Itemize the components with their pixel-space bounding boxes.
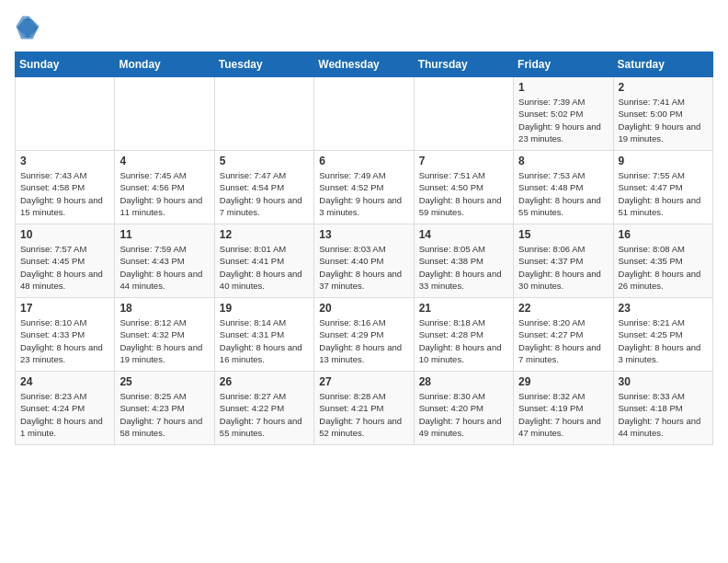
day-number: 28 (419, 375, 508, 388)
calendar-week-row: 24Sunrise: 8:23 AMSunset: 4:24 PMDayligh… (16, 372, 713, 445)
day-number: 4 (119, 155, 209, 167)
calendar-week-row: 1Sunrise: 7:39 AMSunset: 5:02 PMDaylight… (16, 77, 713, 151)
calendar-day-cell: 27Sunrise: 8:28 AMSunset: 4:21 PMDayligh… (314, 372, 414, 445)
day-number: 27 (319, 375, 408, 388)
calendar-week-row: 17Sunrise: 8:10 AMSunset: 4:33 PMDayligh… (16, 298, 713, 372)
day-number: 10 (20, 228, 109, 241)
day-info: Sunrise: 7:57 AMSunset: 4:45 PMDaylight:… (20, 243, 109, 292)
weekday-header: Sunday (16, 52, 115, 77)
calendar-day-cell: 13Sunrise: 8:03 AMSunset: 4:40 PMDayligh… (314, 224, 414, 298)
day-info: Sunrise: 8:06 AMSunset: 4:37 PMDaylight:… (518, 243, 608, 292)
calendar-day-cell: 9Sunrise: 7:55 AMSunset: 4:47 PMDaylight… (613, 151, 712, 224)
calendar-day-cell: 8Sunrise: 7:53 AMSunset: 4:48 PMDaylight… (514, 151, 613, 224)
weekday-header: Saturday (613, 52, 712, 77)
calendar-day-cell: 5Sunrise: 7:47 AMSunset: 4:54 PMDaylight… (214, 151, 313, 224)
day-info: Sunrise: 8:27 AMSunset: 4:22 PMDaylight:… (220, 390, 309, 439)
calendar-day-cell: 24Sunrise: 8:23 AMSunset: 4:24 PMDayligh… (16, 372, 115, 445)
day-number: 23 (619, 302, 708, 315)
calendar-day-cell (414, 77, 513, 151)
day-info: Sunrise: 8:32 AMSunset: 4:19 PMDaylight:… (518, 390, 608, 439)
day-info: Sunrise: 7:39 AMSunset: 5:02 PMDaylight:… (518, 96, 608, 144)
day-number: 25 (119, 375, 209, 388)
calendar-table: SundayMondayTuesdayWednesdayThursdayFrid… (15, 52, 713, 445)
day-number: 22 (518, 302, 608, 315)
weekday-header: Friday (514, 52, 613, 77)
calendar-day-cell: 4Sunrise: 7:45 AMSunset: 4:56 PMDaylight… (115, 151, 214, 224)
calendar-day-cell: 19Sunrise: 8:14 AMSunset: 4:31 PMDayligh… (214, 298, 313, 372)
calendar-day-cell: 20Sunrise: 8:16 AMSunset: 4:29 PMDayligh… (314, 298, 414, 372)
weekday-header: Wednesday (314, 52, 414, 77)
calendar-day-cell: 3Sunrise: 7:43 AMSunset: 4:58 PMDaylight… (16, 151, 115, 224)
calendar-day-cell: 6Sunrise: 7:49 AMSunset: 4:52 PMDaylight… (314, 151, 414, 224)
day-number: 5 (220, 155, 309, 167)
calendar-day-cell: 28Sunrise: 8:30 AMSunset: 4:20 PMDayligh… (414, 372, 513, 445)
day-info: Sunrise: 8:21 AMSunset: 4:25 PMDaylight:… (619, 316, 708, 365)
calendar-day-cell: 16Sunrise: 8:08 AMSunset: 4:35 PMDayligh… (613, 224, 712, 298)
day-info: Sunrise: 8:18 AMSunset: 4:28 PMDaylight:… (419, 316, 508, 365)
calendar-day-cell: 17Sunrise: 8:10 AMSunset: 4:33 PMDayligh… (16, 298, 115, 372)
day-info: Sunrise: 7:53 AMSunset: 4:48 PMDaylight:… (518, 169, 608, 218)
day-number: 11 (119, 228, 209, 241)
day-info: Sunrise: 8:20 AMSunset: 4:27 PMDaylight:… (518, 316, 608, 365)
page-header (15, 15, 713, 40)
calendar-day-cell: 21Sunrise: 8:18 AMSunset: 4:28 PMDayligh… (414, 298, 513, 372)
day-number: 24 (20, 375, 109, 388)
calendar-day-cell: 12Sunrise: 8:01 AMSunset: 4:41 PMDayligh… (214, 224, 313, 298)
day-info: Sunrise: 7:55 AMSunset: 4:47 PMDaylight:… (619, 169, 708, 218)
calendar-day-cell (16, 77, 115, 151)
calendar-week-row: 3Sunrise: 7:43 AMSunset: 4:58 PMDaylight… (16, 151, 713, 224)
day-number: 12 (220, 228, 309, 241)
day-number: 29 (518, 375, 608, 388)
day-info: Sunrise: 8:25 AMSunset: 4:23 PMDaylight:… (119, 390, 209, 439)
day-number: 13 (319, 228, 408, 241)
logo (15, 15, 44, 40)
day-number: 16 (619, 228, 708, 241)
day-info: Sunrise: 7:51 AMSunset: 4:50 PMDaylight:… (419, 169, 508, 218)
calendar-header: SundayMondayTuesdayWednesdayThursdayFrid… (16, 52, 713, 77)
day-number: 17 (20, 302, 109, 315)
day-number: 3 (20, 155, 109, 167)
calendar-day-cell: 23Sunrise: 8:21 AMSunset: 4:25 PMDayligh… (613, 298, 712, 372)
day-info: Sunrise: 8:05 AMSunset: 4:38 PMDaylight:… (419, 243, 508, 292)
calendar-body: 1Sunrise: 7:39 AMSunset: 5:02 PMDaylight… (16, 77, 713, 445)
day-info: Sunrise: 7:59 AMSunset: 4:43 PMDaylight:… (119, 243, 209, 292)
day-info: Sunrise: 8:08 AMSunset: 4:35 PMDaylight:… (619, 243, 708, 292)
day-info: Sunrise: 8:03 AMSunset: 4:40 PMDaylight:… (319, 243, 408, 292)
calendar-day-cell: 29Sunrise: 8:32 AMSunset: 4:19 PMDayligh… (514, 372, 613, 445)
day-number: 21 (419, 302, 508, 315)
day-info: Sunrise: 8:30 AMSunset: 4:20 PMDaylight:… (419, 390, 508, 439)
calendar-day-cell: 30Sunrise: 8:33 AMSunset: 4:18 PMDayligh… (613, 372, 712, 445)
calendar-day-cell: 14Sunrise: 8:05 AMSunset: 4:38 PMDayligh… (414, 224, 513, 298)
day-info: Sunrise: 8:28 AMSunset: 4:21 PMDaylight:… (319, 390, 408, 439)
day-info: Sunrise: 7:47 AMSunset: 4:54 PMDaylight:… (220, 169, 309, 218)
logo-icon (15, 15, 40, 40)
day-number: 2 (619, 81, 708, 94)
calendar-week-row: 10Sunrise: 7:57 AMSunset: 4:45 PMDayligh… (16, 224, 713, 298)
day-number: 1 (518, 81, 608, 94)
calendar-day-cell: 18Sunrise: 8:12 AMSunset: 4:32 PMDayligh… (115, 298, 214, 372)
calendar-day-cell: 25Sunrise: 8:25 AMSunset: 4:23 PMDayligh… (115, 372, 214, 445)
day-number: 20 (319, 302, 408, 315)
day-info: Sunrise: 8:12 AMSunset: 4:32 PMDaylight:… (119, 316, 209, 365)
calendar-day-cell: 1Sunrise: 7:39 AMSunset: 5:02 PMDaylight… (514, 77, 613, 151)
day-info: Sunrise: 7:43 AMSunset: 4:58 PMDaylight:… (20, 169, 109, 218)
calendar-day-cell (314, 77, 414, 151)
day-info: Sunrise: 7:49 AMSunset: 4:52 PMDaylight:… (319, 169, 408, 218)
day-number: 8 (518, 155, 608, 167)
day-number: 9 (619, 155, 708, 167)
day-info: Sunrise: 8:14 AMSunset: 4:31 PMDaylight:… (220, 316, 309, 365)
weekday-header: Thursday (414, 52, 513, 77)
day-number: 26 (220, 375, 309, 388)
day-number: 14 (419, 228, 508, 241)
day-info: Sunrise: 8:23 AMSunset: 4:24 PMDaylight:… (20, 390, 109, 439)
calendar-day-cell: 10Sunrise: 7:57 AMSunset: 4:45 PMDayligh… (16, 224, 115, 298)
day-info: Sunrise: 8:16 AMSunset: 4:29 PMDaylight:… (319, 316, 408, 365)
weekday-header: Tuesday (214, 52, 313, 77)
calendar-day-cell: 15Sunrise: 8:06 AMSunset: 4:37 PMDayligh… (514, 224, 613, 298)
calendar-day-cell: 26Sunrise: 8:27 AMSunset: 4:22 PMDayligh… (214, 372, 313, 445)
calendar-day-cell (214, 77, 313, 151)
calendar-day-cell: 22Sunrise: 8:20 AMSunset: 4:27 PMDayligh… (514, 298, 613, 372)
day-number: 19 (220, 302, 309, 315)
calendar-day-cell: 2Sunrise: 7:41 AMSunset: 5:00 PMDaylight… (613, 77, 712, 151)
day-info: Sunrise: 7:41 AMSunset: 5:00 PMDaylight:… (619, 96, 708, 144)
